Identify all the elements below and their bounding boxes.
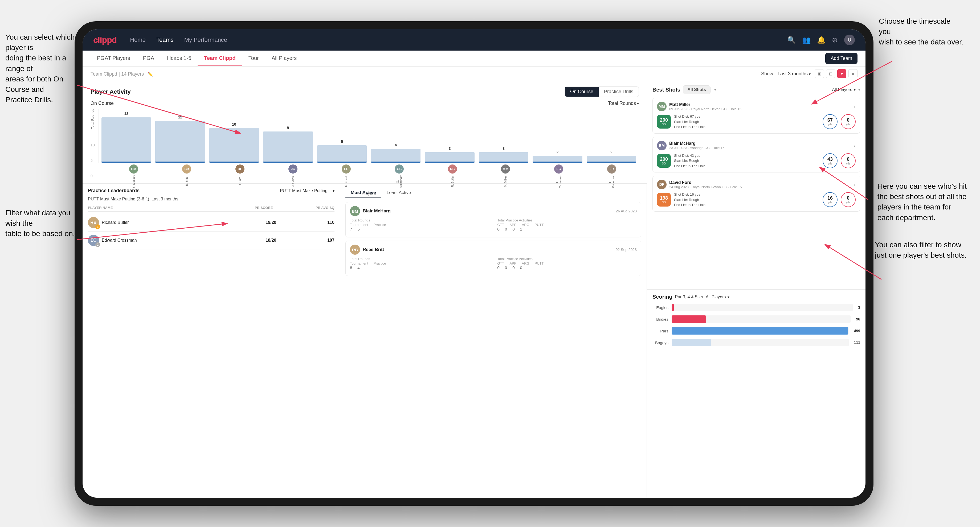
user-avatar[interactable]: U <box>844 35 855 45</box>
best-shots-title: Best Shots <box>652 87 680 93</box>
bar-chart: 0 5 10 Total Rounds 13 <box>91 109 639 178</box>
birdies-fill <box>671 316 706 323</box>
practice-leaderboards-card: Practice Leaderboards PUTT Must Make Put… <box>83 184 340 498</box>
shot-stat-1: 67 yds <box>822 114 838 129</box>
shot-stat-6: 0 yds <box>841 192 856 207</box>
on-course-toggle[interactable]: On Course <box>565 87 599 97</box>
sub-card-header: On Course Total Rounds <box>91 101 639 106</box>
shot-item-2[interactable]: BM Blair McHarg 23 Jul 2023 · Ashridge G… <box>652 137 860 173</box>
shot-player-header-2: BM Blair McHarg 23 Jul 2023 · Ashridge G… <box>657 141 856 151</box>
rank-badge-1: 1 <box>95 224 100 229</box>
player-name-1: B. McHarg <box>132 173 135 189</box>
shot-player-name-3: David Ford <box>669 180 854 185</box>
leaderboard-avg-1: 110 <box>276 220 334 225</box>
users-icon[interactable]: 👥 <box>802 36 811 44</box>
sub-nav: PGAT Players PGA Hcaps 1-5 Team Clippd T… <box>83 51 865 67</box>
plus-circle-icon[interactable]: ⊕ <box>832 36 838 44</box>
shot-details-2: 200 SG Shot Dist: 43 yds Start Lie: Roug… <box>657 153 856 169</box>
scoring-players-filter[interactable]: All Players <box>706 295 729 300</box>
add-team-button[interactable]: Add Team <box>825 53 858 64</box>
tab-all-players[interactable]: All Players <box>265 51 303 66</box>
shot-location-1: 09 Jun 2023 · Royal North Devon GC · Hol… <box>669 107 854 111</box>
table-view-icon[interactable]: ≡ <box>848 69 858 78</box>
shot-badge-num-3: 198 <box>660 195 668 201</box>
list-view-icon[interactable]: ⊟ <box>826 69 835 78</box>
nav-icons: 🔍 👥 🔔 ⊕ U <box>787 35 855 45</box>
nav-link-myperformance[interactable]: My Performance <box>184 37 227 43</box>
tab-pgat-players[interactable]: PGAT Players <box>91 51 137 66</box>
shot-details-1: 200 SG Shot Dist: 67 yds Start Lie: Roug… <box>657 114 856 130</box>
player-avatar-8: MM <box>501 165 510 173</box>
time-filter-select[interactable]: Last 3 months <box>778 71 811 77</box>
nav-link-home[interactable]: Home <box>130 37 146 43</box>
grid-view-icon[interactable]: ⊞ <box>815 69 824 78</box>
birdies-track <box>671 316 851 323</box>
all-shots-tab[interactable]: All Shots <box>683 86 710 94</box>
shot-stat-3: 43 yds <box>822 153 838 168</box>
search-icon[interactable]: 🔍 <box>787 36 796 44</box>
scoring-par-filter[interactable]: Par 3, 4 & 5s <box>675 295 703 300</box>
shot-chevron-3: › <box>854 181 856 187</box>
practice-filter[interactable]: PUTT Must Make Putting... <box>280 189 334 193</box>
shot-item-1[interactable]: MM Matt Miller 09 Jun 2023 · Royal North… <box>652 98 860 133</box>
tab-team-clippd[interactable]: Team Clippd <box>197 51 242 66</box>
shot-badge-num-2: 200 <box>660 157 668 162</box>
sub-nav-right: Add Team <box>825 53 858 64</box>
player-name-10: L. Robertson <box>609 173 615 189</box>
show-label: Show: <box>761 71 775 77</box>
eagles-value: 3 <box>858 305 860 310</box>
shot-location-2: 23 Jul 2023 · Ashridge GC · Hole 15 <box>669 146 854 150</box>
activity-stats-1: Total Rounds Tournament Practice 7 6 <box>350 218 637 231</box>
shot-item-3[interactable]: DF David Ford 24 Aug 2023 · Royal North … <box>652 176 860 211</box>
nav-link-teams[interactable]: Teams <box>156 37 173 43</box>
practice-title: Practice Leaderboards <box>88 188 140 194</box>
tablet-screen: clippd Home Teams My Performance 🔍 👥 🔔 ⊕… <box>83 29 865 498</box>
tab-pga[interactable]: PGA <box>137 51 161 66</box>
tab-tour[interactable]: Tour <box>242 51 265 66</box>
shot-badge-2: 200 SG <box>657 154 671 168</box>
shot-stat-2: 0 yds <box>841 114 856 129</box>
drill-name: PUTT Must Make Putting (3-6 ft), Last 3 … <box>88 197 334 202</box>
edit-icon[interactable]: ✏️ <box>148 72 153 76</box>
player-avatar-5: EE <box>342 165 351 173</box>
leaderboard-pb-2: 18/20 <box>218 238 276 243</box>
bell-icon[interactable]: 🔔 <box>817 36 826 44</box>
shot-avatar-1: MM <box>657 102 667 111</box>
bogeys-label: Bogeys <box>652 340 668 345</box>
shot-details-3: 198 SG Shot Dist: 16 yds Start Lie: Roug… <box>657 192 856 208</box>
player-avatar-1: BM <box>129 165 138 173</box>
activity-avatar-1: BM <box>350 206 360 216</box>
shot-player-info-3: David Ford 24 Aug 2023 · Royal North Dev… <box>669 180 854 189</box>
practice-drills-toggle[interactable]: Practice Drills <box>599 87 639 97</box>
birdies-value: 96 <box>856 317 860 321</box>
shot-player-name-2: Blair McHarg <box>669 141 854 146</box>
right-panel: Best Shots All Shots ▾ All Players ▾ MM <box>647 81 865 498</box>
leaderboard-name-2: Edward Crossman <box>102 238 218 243</box>
bar-group-10: 2 <box>587 150 636 163</box>
annotation-top-left: You can select which player is doing the… <box>5 32 85 105</box>
tab-hcaps[interactable]: Hcaps 1-5 <box>161 51 197 66</box>
scoring-card: Scoring Par 3, 4 & 5s All Players Eagles <box>647 290 865 498</box>
scoring-bar-bogeys: Bogeys 111 <box>652 339 860 346</box>
most-active-tab[interactable]: Most Active <box>345 188 381 198</box>
birdies-label: Birdies <box>652 317 668 322</box>
all-players-filter[interactable]: All Players <box>832 87 856 92</box>
shot-player-name-1: Matt Miller <box>669 102 854 107</box>
card-view-icon[interactable]: ♥ <box>837 69 846 78</box>
annotation-bottom-left: Filter what data you wish the table to b… <box>5 208 80 239</box>
bars-wrapper: 13 12 10 <box>99 109 639 163</box>
scoring-bar-pars: Pars 499 <box>652 327 860 335</box>
bar-group-3: 10 <box>209 122 259 163</box>
rank-badge-2: 2 <box>95 242 100 247</box>
players-chevron: ▾ <box>858 87 860 92</box>
total-rounds-filter[interactable]: Total Rounds <box>608 101 639 106</box>
shot-badge-sub-1: SG <box>662 123 666 126</box>
activity-player-name-2: Rees Britt <box>363 247 384 252</box>
shot-stat-5: 16 yds <box>822 192 838 207</box>
col-pb-avg: PB AVG SQ <box>273 206 334 210</box>
bar-group-4: 9 <box>263 125 313 163</box>
shot-desc-3: Shot Dist: 16 yds Start Lie: Rough End L… <box>674 192 819 208</box>
bar-group-1: 13 <box>102 111 151 163</box>
bottom-row: Practice Leaderboards PUTT Must Make Put… <box>83 184 647 498</box>
player-activity-title: Player Activity <box>91 88 565 95</box>
